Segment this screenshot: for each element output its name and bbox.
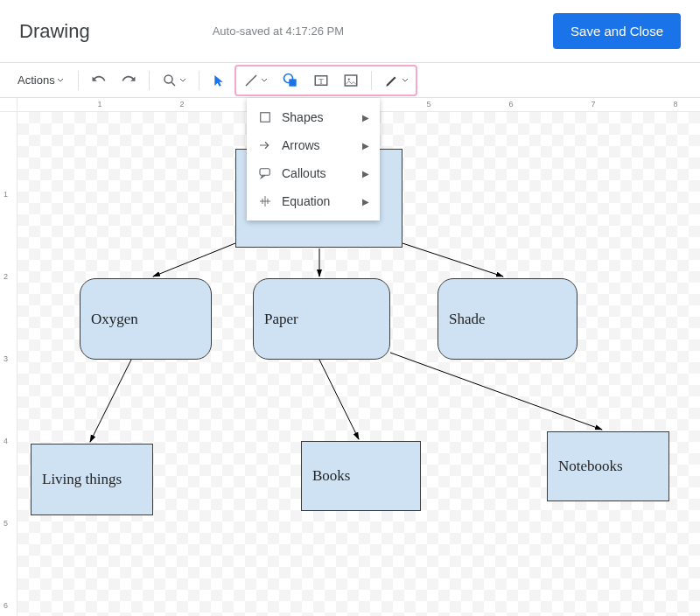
svg-line-2 bbox=[246, 75, 256, 86]
svg-line-1 bbox=[172, 82, 175, 86]
ruler-vertical: 1 2 3 4 5 6 bbox=[0, 112, 18, 616]
caret-down-icon bbox=[57, 77, 64, 84]
menu-item-callouts[interactable]: Callouts ▶ bbox=[247, 159, 380, 187]
callout-icon bbox=[257, 165, 273, 181]
actions-menu[interactable]: Actions bbox=[10, 68, 71, 93]
toolbar: Actions T bbox=[0, 63, 700, 98]
menu-item-arrows[interactable]: Arrows ▶ bbox=[247, 131, 380, 159]
ruler-tick: 5 bbox=[4, 519, 8, 528]
svg-line-9 bbox=[153, 243, 235, 276]
square-icon bbox=[257, 109, 273, 125]
svg-rect-16 bbox=[260, 169, 270, 176]
caret-down-icon bbox=[261, 77, 268, 84]
pen-icon bbox=[384, 73, 400, 88]
toolbar-separator bbox=[149, 71, 150, 90]
svg-line-13 bbox=[319, 360, 359, 439]
autosave-text: Auto-saved at 4:17:26 PM bbox=[213, 24, 344, 38]
caret-down-icon bbox=[402, 77, 409, 84]
menu-item-equation[interactable]: Equation ▶ bbox=[247, 187, 380, 215]
undo-button[interactable] bbox=[86, 68, 112, 93]
page-title: Drawing bbox=[19, 20, 90, 43]
line-tool-button[interactable] bbox=[238, 68, 273, 93]
zoom-icon bbox=[162, 73, 178, 88]
redo-icon bbox=[121, 73, 136, 88]
ruler-corner bbox=[0, 98, 18, 112]
menu-item-label: Callouts bbox=[282, 166, 362, 180]
svg-line-12 bbox=[90, 360, 131, 442]
undo-icon bbox=[91, 73, 107, 88]
textbox-tool-button[interactable]: T bbox=[308, 68, 334, 93]
submenu-arrow-icon: ▶ bbox=[362, 169, 369, 178]
shape-tool-button[interactable] bbox=[276, 68, 304, 93]
menu-item-label: Equation bbox=[282, 194, 362, 208]
ruler-tick: 5 bbox=[426, 100, 430, 108]
ruler-tick: 1 bbox=[97, 100, 102, 108]
submenu-arrow-icon: ▶ bbox=[362, 113, 369, 122]
image-tool-button[interactable] bbox=[338, 68, 364, 93]
caret-down-icon bbox=[179, 77, 186, 84]
toolbar-separator bbox=[199, 71, 200, 90]
menu-item-shapes[interactable]: Shapes ▶ bbox=[247, 103, 380, 131]
zoom-button[interactable] bbox=[157, 68, 192, 93]
svg-line-11 bbox=[402, 243, 503, 276]
submenu-arrow-icon: ▶ bbox=[362, 197, 369, 206]
shape-tools-highlight: T bbox=[234, 65, 417, 96]
cursor-icon bbox=[212, 74, 226, 88]
submenu-arrow-icon: ▶ bbox=[362, 141, 369, 150]
svg-rect-4 bbox=[289, 79, 296, 86]
save-and-close-button[interactable]: Save and Close bbox=[553, 13, 681, 49]
ruler-tick: 4 bbox=[4, 437, 8, 445]
svg-text:T: T bbox=[318, 76, 324, 85]
ruler-tick: 3 bbox=[4, 354, 8, 363]
redo-button[interactable] bbox=[116, 68, 142, 93]
ruler-tick: 6 bbox=[4, 601, 8, 610]
svg-point-8 bbox=[347, 78, 349, 80]
dialog-header: Drawing Auto-saved at 4:17:26 PM Save an… bbox=[0, 0, 700, 63]
svg-rect-7 bbox=[345, 75, 357, 86]
select-tool-button[interactable] bbox=[206, 68, 231, 93]
toolbar-separator bbox=[78, 71, 79, 90]
menu-item-label: Arrows bbox=[282, 138, 362, 152]
textbox-icon: T bbox=[313, 73, 329, 88]
equation-icon bbox=[257, 193, 273, 209]
ruler-tick: 8 bbox=[673, 100, 677, 108]
ruler-tick: 2 bbox=[179, 100, 184, 108]
arrow-icon bbox=[257, 137, 273, 153]
ruler-tick: 2 bbox=[4, 272, 8, 281]
pen-tool-button[interactable] bbox=[379, 68, 414, 93]
shapes-dropdown-menu: Shapes ▶ Arrows ▶ Callouts ▶ Equation ▶ bbox=[247, 98, 380, 220]
image-icon bbox=[343, 73, 359, 88]
actions-label: Actions bbox=[18, 74, 55, 87]
ruler-tick: 1 bbox=[4, 190, 8, 199]
toolbar-separator bbox=[371, 71, 372, 90]
shape-icon bbox=[282, 72, 299, 89]
menu-item-label: Shapes bbox=[282, 110, 362, 124]
svg-line-14 bbox=[390, 353, 602, 430]
ruler-tick: 7 bbox=[591, 100, 595, 108]
svg-rect-15 bbox=[261, 113, 270, 122]
svg-point-0 bbox=[164, 75, 172, 83]
ruler-tick: 6 bbox=[508, 100, 513, 108]
line-icon bbox=[243, 73, 259, 88]
